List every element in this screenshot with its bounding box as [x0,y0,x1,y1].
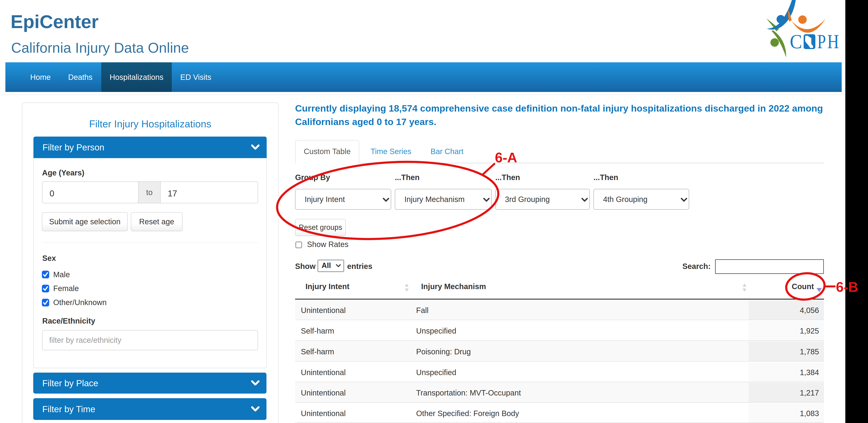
svg-text:H: H [827,30,839,53]
svg-text:P: P [817,30,826,53]
svg-text:C: C [790,30,802,53]
